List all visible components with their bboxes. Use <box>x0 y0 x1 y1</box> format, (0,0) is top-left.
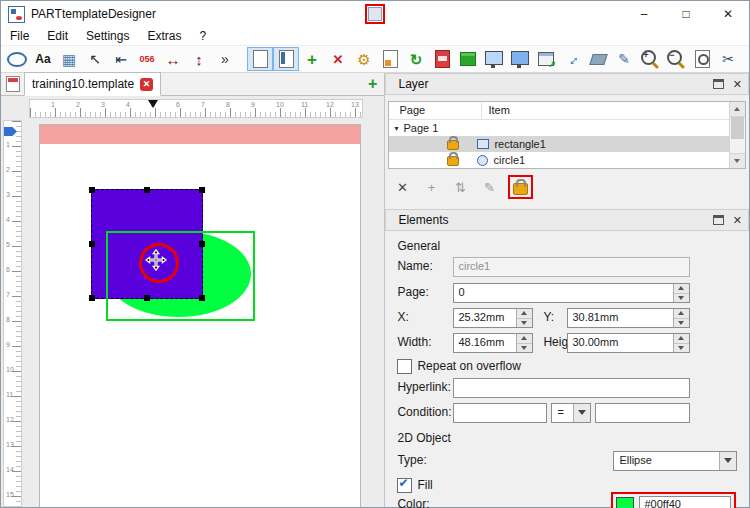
width-spinner[interactable]: 48.16mm <box>453 333 533 353</box>
spin-up-button[interactable] <box>517 334 532 344</box>
pdf-export-icon[interactable] <box>429 47 455 71</box>
reorder-layer-icon[interactable]: ⇅ <box>450 176 470 198</box>
menu-file[interactable]: File <box>1 29 38 43</box>
page-spinner[interactable]: 0 <box>453 283 690 303</box>
resize-handle[interactable] <box>144 187 150 193</box>
close-button[interactable]: ✕ <box>707 1 749 27</box>
copy-page-icon[interactable] <box>377 47 403 71</box>
fit-view-icon[interactable]: ↔ <box>559 47 585 71</box>
scroll-up-button[interactable] <box>730 102 745 117</box>
float-panel-icon[interactable] <box>713 215 724 225</box>
spin-down-button[interactable] <box>674 319 689 328</box>
spin-down-button[interactable] <box>517 319 532 328</box>
dim-horizontal-icon[interactable]: ↔ <box>160 47 186 71</box>
tab-training10-template[interactable]: training10.template ✕ <box>24 72 161 96</box>
close-panel-icon[interactable]: ✕ <box>733 215 742 226</box>
menu-edit[interactable]: Edit <box>38 29 77 43</box>
tab-close-icon[interactable]: ✕ <box>140 78 153 91</box>
fill-checkbox[interactable] <box>397 478 412 493</box>
cut-icon[interactable]: ✂ <box>715 47 741 71</box>
spin-down-button[interactable] <box>674 294 689 303</box>
export-window-icon[interactable] <box>533 47 559 71</box>
resize-handle[interactable] <box>89 295 95 301</box>
condition-input-1[interactable] <box>453 403 547 423</box>
chevron-down-icon[interactable] <box>719 452 736 470</box>
column-header-page[interactable]: Page <box>389 102 482 119</box>
x-spinner[interactable]: 25.32mm <box>453 308 533 328</box>
page-margin-strip <box>40 125 360 144</box>
toolbar: Aa▦↖⇤056↔↕»+✕⚙↻↔✎+−✂ <box>1 45 749 73</box>
maximize-button[interactable]: □ <box>665 1 707 27</box>
add-tab-button[interactable]: + <box>368 76 377 92</box>
titlebar-highlighted-icon[interactable] <box>365 4 385 24</box>
edit-layer-icon[interactable]: ✎ <box>479 176 499 198</box>
zoom-page-icon[interactable] <box>689 47 715 71</box>
spin-up-button[interactable] <box>517 309 532 319</box>
edit-pen-icon[interactable]: ✎ <box>611 47 637 71</box>
preview-monitor-icon[interactable] <box>481 47 507 71</box>
refresh-icon[interactable]: ↻ <box>403 47 429 71</box>
close-panel-icon[interactable]: ✕ <box>733 79 742 90</box>
height-spinner[interactable]: 30.00mm <box>567 333 690 353</box>
preview-monitor2-icon[interactable] <box>507 47 533 71</box>
add-element-icon[interactable]: + <box>299 47 325 71</box>
menu-extras[interactable]: Extras <box>138 29 190 43</box>
y-spinner[interactable]: 30.81mm <box>567 308 690 328</box>
lock-layer-icon[interactable] <box>508 176 533 198</box>
resize-handle[interactable] <box>199 187 205 193</box>
text-tool-icon[interactable]: Aa <box>30 47 56 71</box>
condition-input-2[interactable] <box>595 403 690 423</box>
delete-layer-icon[interactable]: ✕ <box>392 176 412 198</box>
column-header-item[interactable]: Item <box>482 102 745 119</box>
layer-row-circle1[interactable]: circle1 <box>389 152 745 168</box>
zoom-in-icon[interactable]: + <box>637 47 663 71</box>
condition-label: Condition: <box>397 405 451 419</box>
name-input[interactable]: circle1 <box>453 257 690 277</box>
settings-gear-icon[interactable]: ⚙ <box>351 47 377 71</box>
eraser-icon[interactable] <box>585 47 611 71</box>
menu-help[interactable]: ? <box>190 29 215 43</box>
resize-handle[interactable] <box>89 187 95 193</box>
resize-handle[interactable] <box>89 241 95 247</box>
layer-row-page-1[interactable]: ▾Page 1 <box>389 120 745 136</box>
new-template-icon[interactable] <box>247 47 273 71</box>
canvas-area[interactable]: 12345678910111213 123456789101112131415 <box>1 96 384 507</box>
zoom-out-icon[interactable]: − <box>663 47 689 71</box>
spin-down-button[interactable] <box>674 344 689 353</box>
more-tools-icon[interactable]: » <box>212 47 238 71</box>
dimension-tool-icon[interactable]: ⇤ <box>108 47 134 71</box>
minimize-button[interactable]: – <box>623 1 665 27</box>
delete-element-icon[interactable]: ✕ <box>325 47 351 71</box>
layer-scrollbar[interactable] <box>729 102 745 168</box>
layer-row-rectangle1[interactable]: rectangle1 <box>389 136 745 152</box>
add-layer-icon[interactable]: + <box>421 176 441 198</box>
scroll-down-button[interactable] <box>730 153 745 168</box>
condition-operator-dropdown[interactable]: = <box>551 403 591 423</box>
spin-up-button[interactable] <box>674 309 689 319</box>
spin-up-button[interactable] <box>674 284 689 294</box>
spin-down-button[interactable] <box>517 344 532 353</box>
open-template-icon[interactable] <box>273 47 299 71</box>
float-panel-icon[interactable] <box>713 79 724 89</box>
hyperlink-label: Hyperlink: <box>397 380 450 394</box>
repeat-on-overflow-checkbox[interactable] <box>397 359 412 374</box>
hyperlink-input[interactable] <box>453 378 690 398</box>
snap-tool-icon[interactable]: ↖ <box>82 47 108 71</box>
type-dropdown[interactable]: Ellipse <box>613 451 737 471</box>
spin-up-button[interactable] <box>674 334 689 344</box>
scroll-thumb[interactable] <box>731 117 744 139</box>
layer-table: Page Item ▾Page 1rectangle1circle1 <box>388 101 746 169</box>
table-tool-icon[interactable]: ▦ <box>56 47 82 71</box>
menu-settings[interactable]: Settings <box>77 29 138 43</box>
elements-content: General Name: circle1 Page: 0 <box>385 231 749 507</box>
collapse-icon[interactable]: ▾ <box>394 124 398 133</box>
color-swatch[interactable] <box>616 497 634 508</box>
document-tab-bar: training10.template ✕ + <box>1 73 384 96</box>
color-input[interactable]: #00ff40 <box>639 496 731 508</box>
ellipse-tool-icon[interactable] <box>4 47 30 71</box>
numbering-tool-icon[interactable]: 056 <box>134 47 160 71</box>
chevron-down-icon[interactable] <box>573 404 590 422</box>
package-icon[interactable] <box>455 47 481 71</box>
title-bar: PARTtemplateDesigner – □ ✕ <box>1 1 749 27</box>
dim-vertical-icon[interactable]: ↕ <box>186 47 212 71</box>
